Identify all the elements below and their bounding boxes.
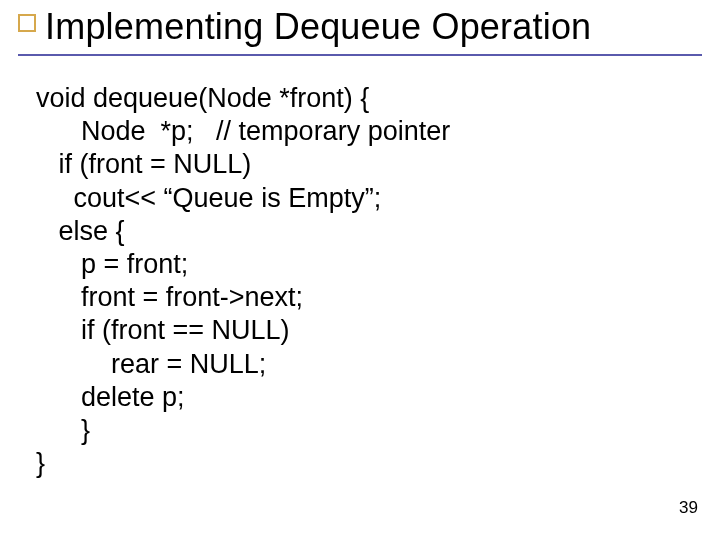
code-line: rear = NULL; xyxy=(36,349,266,379)
code-line: front = front->next; xyxy=(36,282,303,312)
code-line: void dequeue(Node *front) { xyxy=(36,83,369,113)
code-line: delete p; xyxy=(36,382,185,412)
slide-title: Implementing Dequeue Operation xyxy=(45,6,591,48)
code-line: Node *p; // temporary pointer xyxy=(36,116,450,146)
code-line: cout<< “Queue is Empty”; xyxy=(36,183,381,213)
code-line: } xyxy=(36,415,90,445)
title-accent-box xyxy=(18,14,36,32)
title-underline xyxy=(18,54,702,56)
code-line: } xyxy=(36,448,45,478)
page-number: 39 xyxy=(679,498,698,518)
code-line: if (front = NULL) xyxy=(36,149,251,179)
code-block: void dequeue(Node *front) { Node *p; // … xyxy=(36,82,450,480)
code-line: if (front == NULL) xyxy=(36,315,290,345)
code-line: p = front; xyxy=(36,249,188,279)
code-line: else { xyxy=(36,216,125,246)
